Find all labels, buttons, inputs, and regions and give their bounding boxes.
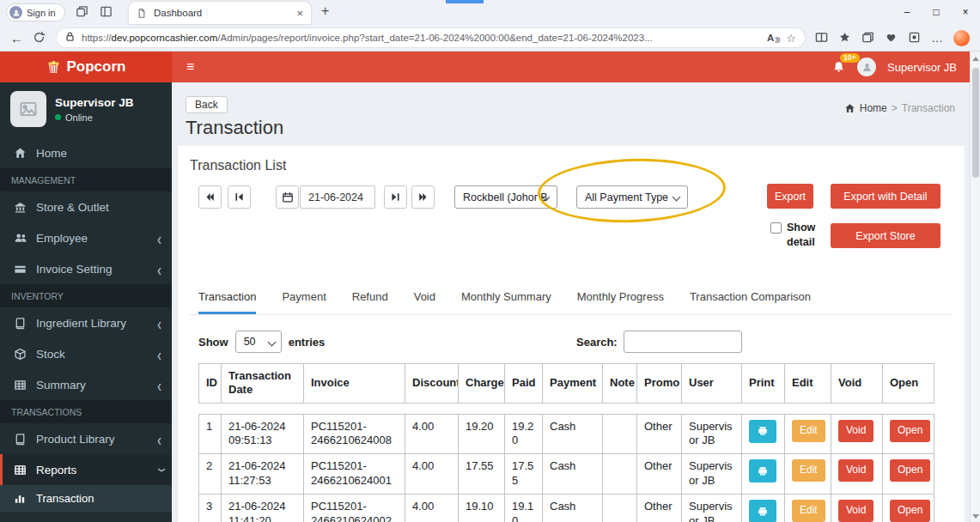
breadcrumb-home[interactable]: Home: [860, 102, 887, 114]
table-header-cell[interactable]: Transaction Date: [222, 364, 304, 404]
table-header-cell[interactable]: Invoice: [304, 364, 405, 404]
back-button[interactable]: Back: [186, 96, 228, 113]
notifications-bell-icon[interactable]: 10+: [832, 60, 846, 75]
edit-button[interactable]: Edit: [792, 500, 825, 522]
sidebar-item-stock[interactable]: Stock ‹: [0, 338, 172, 369]
print-button[interactable]: [749, 459, 776, 483]
show-detail-checkbox[interactable]: [770, 222, 782, 234]
table-header-cell[interactable]: Charge: [459, 364, 505, 404]
table-grid-icon: [14, 379, 28, 392]
table-header-cell[interactable]: Promo: [637, 364, 682, 404]
more-options-icon[interactable]: …: [931, 31, 944, 45]
table-header-cell[interactable]: Note: [603, 364, 637, 404]
address-bar[interactable]: https://dev.popcorncashier.com/Admin/pag…: [56, 27, 806, 48]
sidebar-item-product-library[interactable]: Product Library ‹: [0, 423, 172, 454]
tab-refund[interactable]: Refund: [352, 290, 388, 314]
window-close-button[interactable]: ×: [951, 0, 980, 23]
tab-void[interactable]: Void: [414, 290, 435, 314]
tab-monthly-summary[interactable]: Monthly Summary: [461, 290, 551, 314]
print-button[interactable]: [749, 500, 776, 522]
browser-back-button[interactable]: ←: [10, 31, 23, 46]
table-header-cell[interactable]: Payment: [543, 364, 603, 404]
tab-monthly-progress[interactable]: Monthly Progress: [577, 290, 664, 314]
edit-button[interactable]: Edit: [792, 459, 825, 482]
scroll-down-arrow[interactable]: [971, 510, 980, 522]
table-header-cell[interactable]: Void: [831, 364, 883, 404]
void-button[interactable]: Void: [838, 459, 873, 482]
breadcrumb-current: Transaction: [902, 102, 955, 114]
bar-chart-icon: [14, 492, 28, 505]
open-button[interactable]: Open: [890, 500, 930, 522]
export-with-detail-button[interactable]: Export with Detail: [831, 184, 940, 209]
new-tab-button[interactable]: +: [321, 3, 329, 19]
favorite-star-icon[interactable]: ☆: [786, 32, 796, 45]
chevron-left-icon: ‹: [157, 430, 161, 447]
void-button[interactable]: Void: [838, 420, 873, 442]
sidebar-user-panel: Supervisor JB Online: [0, 82, 172, 137]
search-input[interactable]: [624, 331, 742, 353]
favorites-icon[interactable]: [838, 31, 852, 45]
brand-logo[interactable]: Popcorn: [0, 52, 172, 82]
table-header-cell[interactable]: Open: [883, 364, 934, 404]
collections-icon[interactable]: [861, 31, 875, 45]
calendar-button[interactable]: [276, 185, 299, 209]
workspaces-icon[interactable]: [76, 5, 89, 19]
sidebar-item-store-outlet[interactable]: Store & Outlet: [0, 191, 172, 222]
browser-signin-button[interactable]: Sign in: [6, 3, 65, 21]
payment-type-select[interactable]: All Payment Type: [576, 185, 688, 209]
table-row: 3 21-06-2024 11:41:20 PC115201-246621062…: [199, 495, 934, 522]
fast-next-date-button[interactable]: [411, 185, 435, 209]
next-date-button[interactable]: [384, 185, 407, 209]
extensions-icon[interactable]: [908, 31, 922, 45]
copilot-icon[interactable]: [953, 30, 970, 46]
open-button[interactable]: Open: [890, 420, 930, 442]
entries-per-page-select[interactable]: 50: [235, 331, 282, 353]
chevron-left-icon: ‹: [157, 229, 161, 246]
table-row: 2 21-06-2024 11:27:53 PC115201-246621062…: [199, 454, 934, 495]
table-spacer-row: [199, 403, 934, 414]
sidebar-item-summary[interactable]: Summary ‹: [0, 369, 172, 400]
export-button[interactable]: Export: [767, 184, 813, 209]
refresh-icon[interactable]: [33, 31, 46, 45]
sidebar-section-inventory: INVENTORY: [0, 284, 172, 307]
previous-date-button[interactable]: [228, 185, 251, 209]
sidebar-item-invoice-setting[interactable]: Invoice Setting ‹: [0, 253, 172, 284]
open-button[interactable]: Open: [890, 459, 930, 482]
void-button[interactable]: Void: [838, 500, 873, 522]
table-header-cell[interactable]: Print: [742, 364, 785, 404]
print-button[interactable]: [749, 420, 776, 443]
tab-payment[interactable]: Payment: [282, 290, 326, 314]
window-maximize-button[interactable]: □: [922, 0, 951, 23]
read-aloud-icon[interactable]: A))): [767, 33, 779, 43]
sidebar-subitem-transaction[interactable]: Transaction: [0, 485, 172, 512]
window-minimize-button[interactable]: –: [892, 0, 922, 23]
tab-close-icon[interactable]: ×: [296, 8, 303, 19]
export-store-button[interactable]: Export Store: [831, 223, 940, 248]
sidebar-item-employee[interactable]: Employee ‹: [0, 222, 172, 253]
scroll-up-arrow[interactable]: [971, 52, 980, 64]
edit-button[interactable]: Edit: [792, 420, 825, 442]
tab-transaction[interactable]: Transaction: [198, 290, 256, 314]
user-avatar[interactable]: [857, 58, 876, 76]
date-input[interactable]: [300, 185, 375, 209]
fast-previous-date-button[interactable]: [198, 185, 222, 209]
navbar-username[interactable]: Supervisor JB: [887, 61, 957, 74]
sidebar-item-home[interactable]: Home: [0, 137, 172, 168]
table-header-cell[interactable]: Paid: [505, 364, 543, 404]
tab-transaction-comparison[interactable]: Transaction Comparison: [690, 290, 811, 314]
table-header-cell[interactable]: ID: [199, 364, 222, 404]
table-header-cell[interactable]: Edit: [785, 364, 831, 404]
table-header-cell[interactable]: Discount: [405, 364, 459, 404]
vertical-tabs-icon[interactable]: [100, 5, 113, 19]
store-select[interactable]: Rockbell (Johor B: [454, 185, 557, 209]
split-screen-icon[interactable]: [815, 31, 829, 45]
browser-essentials-icon[interactable]: [885, 31, 898, 45]
sidebar-item-reports[interactable]: Reports ‹: [0, 454, 172, 485]
table-header-cell[interactable]: User: [682, 364, 742, 404]
chevron-left-icon: ‹: [157, 260, 161, 277]
page-scrollbar[interactable]: [970, 52, 980, 522]
sidebar-toggle-icon[interactable]: ≡: [172, 59, 209, 75]
scrollbar-thumb[interactable]: [972, 68, 979, 178]
sidebar-item-ingredient-library[interactable]: Ingredient Library ‹: [0, 307, 172, 338]
browser-tab-dashboard[interactable]: Dashboard ×: [129, 2, 311, 24]
